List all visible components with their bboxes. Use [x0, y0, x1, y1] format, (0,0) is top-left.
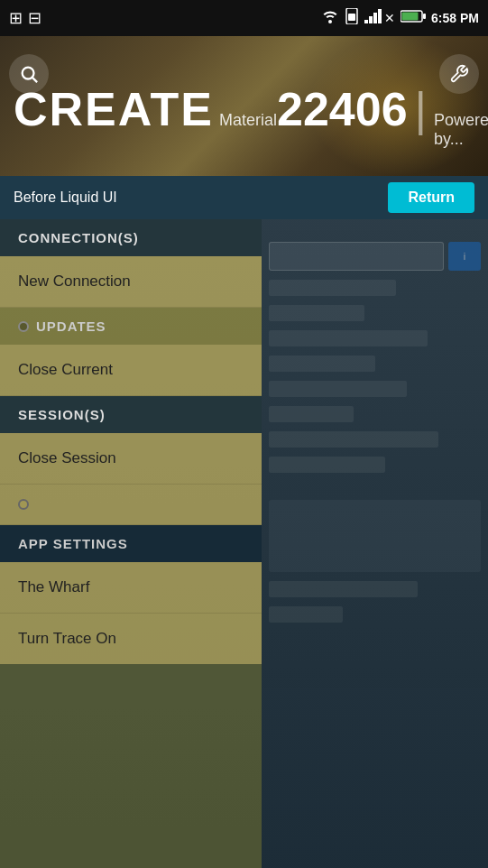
material-label: Material: [219, 111, 277, 130]
powered-label: Powered by...: [434, 111, 488, 149]
app-settings-header: APP SETTINGS: [0, 525, 262, 562]
status-bar-left-icons: ⊞ ⊟: [9, 8, 41, 28]
create-label: CREATE: [14, 82, 214, 136]
close-session-label: Close Session: [18, 449, 116, 467]
updates-label: UPDATES: [36, 319, 106, 334]
svg-rect-3: [369, 16, 373, 23]
header-divider: |: [415, 82, 428, 136]
wifi-icon: [321, 9, 339, 27]
menu-item-close-session[interactable]: Close Session: [0, 433, 262, 485]
updates-dot: [18, 321, 29, 332]
status-time: 6:58 PM: [431, 11, 479, 25]
connections-header: CONNECTION(S): [0, 219, 262, 256]
app-icon-1: ⊞: [9, 8, 23, 28]
status-icons: ✕ 6:58 PM: [321, 8, 479, 28]
sessions-header: SESSION(S): [0, 396, 262, 433]
battery-icon: [401, 9, 426, 27]
svg-point-9: [23, 68, 34, 79]
return-button[interactable]: Return: [388, 182, 474, 213]
app-icon-2: ⊟: [28, 8, 41, 28]
svg-rect-5: [378, 9, 382, 23]
drawer-menu: CONNECTION(S) New Connection UPDATES Clo…: [0, 219, 262, 868]
the-wharf-label: The Wharf: [18, 578, 89, 596]
wrench-icon[interactable]: [439, 54, 479, 94]
radio-dot: [18, 499, 29, 510]
turn-trace-on-label: Turn Trace On: [18, 630, 116, 648]
nav-label: Before Liquid UI: [14, 189, 117, 206]
sim-icon: [345, 8, 359, 28]
main-area: CONNECTION(S) New Connection UPDATES Clo…: [0, 219, 488, 868]
status-bar: ⊞ ⊟ ✕: [0, 0, 488, 36]
menu-item-new-connection[interactable]: New Connection: [0, 256, 262, 308]
menu-item-dot[interactable]: [0, 485, 262, 525]
header-area: CREATE Material 22406 | Powered by...: [0, 36, 488, 176]
svg-rect-1: [348, 14, 355, 21]
signal-icon: [364, 9, 382, 27]
svg-rect-2: [364, 20, 368, 23]
signal-x-icon: ✕: [384, 11, 395, 25]
updates-header: UPDATES: [0, 308, 262, 345]
svg-rect-8: [423, 14, 426, 19]
nav-bar: Before Liquid UI Return: [0, 176, 488, 219]
right-panel: i: [262, 219, 488, 868]
menu-item-close-current[interactable]: Close Current: [0, 345, 262, 396]
new-connection-label: New Connection: [18, 272, 131, 291]
menu-item-turn-trace-on[interactable]: Turn Trace On: [0, 614, 262, 664]
close-current-label: Close Current: [18, 361, 113, 379]
info-btn[interactable]: i: [464, 251, 465, 262]
menu-item-the-wharf[interactable]: The Wharf: [0, 562, 262, 614]
svg-rect-4: [373, 13, 377, 23]
header-title: CREATE Material 22406 | Powered by...: [0, 82, 488, 149]
number-label: 22406: [277, 82, 408, 136]
svg-rect-7: [402, 13, 419, 21]
